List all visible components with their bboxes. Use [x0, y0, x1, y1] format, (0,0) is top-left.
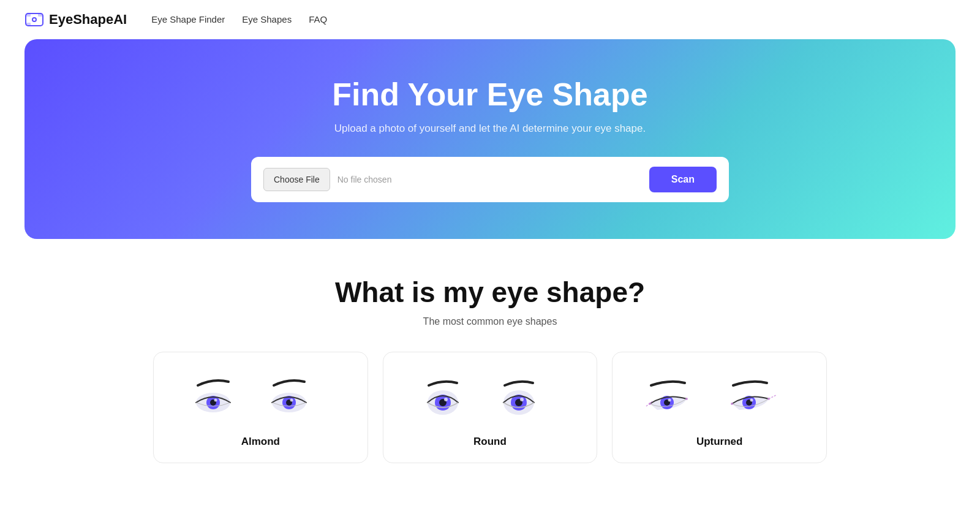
hero-subtitle: Upload a photo of yourself and let the A… — [49, 123, 931, 135]
round-eyes — [421, 372, 559, 421]
card-almond: Almond — [153, 352, 368, 463]
almond-label: Almond — [241, 436, 280, 448]
nav-links: Eye Shape Finder Eye Shapes FAQ — [151, 14, 327, 25]
logo-icon — [24, 10, 44, 29]
card-round: Round — [383, 352, 598, 463]
choose-file-button[interactable]: Choose File — [263, 168, 330, 191]
round-eye-right — [497, 372, 559, 421]
scan-button[interactable]: Scan — [649, 167, 717, 192]
upload-area: Choose File No file chosen Scan — [251, 157, 729, 202]
svg-point-24 — [668, 399, 671, 402]
svg-line-33 — [769, 395, 776, 399]
file-name-display: No file chosen — [337, 175, 642, 184]
hero-title: Find Your Eye Shape — [49, 76, 931, 113]
svg-rect-1 — [26, 13, 31, 17]
brand-logo[interactable]: EyeShapeAI — [24, 10, 127, 29]
upturned-eye-right — [727, 372, 794, 421]
nav-eye-shape-finder[interactable]: Eye Shape Finder — [151, 14, 225, 25]
svg-point-9 — [214, 399, 217, 402]
eye-shape-cards: Almond — [153, 352, 827, 463]
upturned-label: Upturned — [696, 436, 743, 448]
section-title: What is my eye shape? — [24, 276, 956, 309]
svg-point-13 — [290, 399, 293, 402]
svg-point-31 — [731, 403, 733, 405]
svg-point-17 — [444, 398, 448, 401]
section-subtitle: The most common eye shapes — [24, 316, 956, 327]
brand-name: EyeShapeAI — [49, 12, 127, 28]
svg-point-30 — [750, 399, 753, 402]
upturned-eyes — [645, 372, 794, 421]
nav-eye-shapes[interactable]: Eye Shapes — [242, 14, 292, 25]
svg-point-26 — [685, 398, 688, 400]
svg-rect-2 — [38, 13, 43, 17]
almond-eye-left — [192, 372, 253, 421]
almond-eye-right — [268, 372, 329, 421]
navbar: EyeShapeAI Eye Shape Finder Eye Shapes F… — [0, 0, 980, 39]
upturned-eye-left — [645, 372, 712, 421]
almond-eyes — [192, 372, 329, 421]
hero-section: Find Your Eye Shape Upload a photo of yo… — [24, 39, 956, 239]
eye-shapes-section: What is my eye shape? The most common ey… — [0, 239, 980, 500]
svg-point-21 — [520, 398, 524, 401]
nav-faq[interactable]: FAQ — [309, 14, 327, 25]
svg-rect-3 — [26, 23, 31, 26]
round-label: Round — [473, 436, 507, 448]
round-eye-left — [421, 372, 483, 421]
card-upturned: Upturned — [612, 352, 827, 463]
svg-point-5 — [33, 18, 36, 21]
